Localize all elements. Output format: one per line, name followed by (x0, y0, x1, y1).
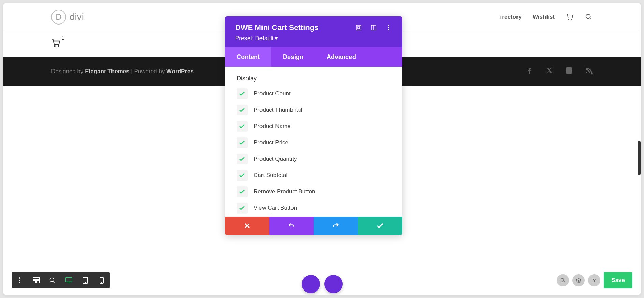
footer-social (525, 66, 593, 76)
svg-point-0 (586, 14, 590, 19)
footer-theme-link[interactable]: Elegant Themes (85, 68, 129, 75)
section-display-title[interactable]: Display (237, 75, 391, 82)
tab-content[interactable]: Content (225, 47, 271, 67)
mini-cart-element[interactable]: 1 (51, 38, 61, 48)
layers-button[interactable] (572, 274, 585, 286)
zoom-button[interactable] (44, 272, 61, 288)
scrollbar-thumb[interactable] (638, 141, 641, 175)
svg-rect-8 (33, 278, 39, 279)
modal-footer (225, 217, 402, 235)
floating-add-buttons (302, 275, 343, 293)
svg-point-5 (19, 277, 20, 279)
option-product-price: Product Price (237, 137, 391, 148)
modal-undo-button[interactable] (269, 217, 314, 235)
svg-line-1 (590, 18, 591, 20)
modal-title: DWE Mini Cart Settings (235, 23, 318, 32)
logo-mark: D (51, 10, 66, 25)
floating-tab-2[interactable] (324, 275, 343, 293)
modal-tabs: Content Design Advanced (225, 47, 402, 67)
chevron-down-icon: ▾ (275, 35, 278, 42)
option-product-name: Product Name (237, 121, 391, 132)
svg-point-11 (50, 278, 54, 282)
desktop-view-button[interactable] (61, 272, 77, 288)
svg-point-28 (388, 29, 389, 30)
modal-confirm-button[interactable] (358, 217, 402, 235)
phone-view-button[interactable] (93, 272, 110, 288)
footer-credits: Designed by Elegant Themes | Powered by … (51, 68, 194, 75)
x-twitter-icon[interactable] (545, 66, 553, 76)
footer-cms-link[interactable]: WordPres (166, 68, 194, 75)
svg-point-20 (561, 279, 564, 281)
checkbox-product-quantity[interactable] (237, 154, 248, 164)
checkbox-remove-product-button[interactable] (237, 186, 248, 197)
search-help-button[interactable] (557, 274, 569, 286)
cart-icon[interactable] (566, 13, 574, 21)
svg-point-27 (388, 27, 389, 28)
cart-count-badge: 1 (62, 36, 64, 41)
floating-tab-1[interactable] (302, 275, 320, 293)
more-options-button[interactable] (12, 272, 28, 288)
site-logo: D divi (51, 10, 84, 25)
svg-line-21 (564, 281, 565, 282)
option-view-cart-button: View Cart Button (237, 203, 391, 214)
instagram-icon[interactable] (565, 66, 573, 76)
nav-wishlist[interactable]: Wishlist (533, 14, 555, 20)
svg-point-6 (19, 280, 20, 281)
modal-cancel-button[interactable] (225, 217, 269, 235)
svg-line-12 (54, 281, 55, 283)
wireframe-view-button[interactable] (28, 272, 44, 288)
checkbox-product-price[interactable] (237, 137, 248, 148)
save-button[interactable]: Save (604, 272, 632, 288)
tablet-view-button[interactable] (77, 272, 93, 288)
preset-selector[interactable]: Preset: Default ▾ (235, 35, 392, 42)
tab-design[interactable]: Design (271, 47, 315, 67)
tab-advanced[interactable]: Advanced (315, 47, 368, 67)
checkbox-view-cart-button[interactable] (237, 203, 248, 214)
modal-header: DWE Mini Cart Settings Preset: Default ▾ (225, 16, 402, 47)
checkbox-product-thumbnail[interactable] (237, 105, 248, 115)
svg-rect-13 (66, 278, 72, 282)
nav-directory-partial[interactable]: irectory (500, 14, 522, 20)
option-product-quantity: Product Quantity (237, 154, 391, 164)
rss-icon[interactable] (585, 66, 593, 76)
snap-icon[interactable] (370, 24, 377, 31)
checkbox-product-name[interactable] (237, 121, 248, 132)
search-icon[interactable] (585, 13, 593, 21)
svg-point-7 (19, 282, 20, 283)
more-icon[interactable] (385, 24, 392, 31)
app-frame: D divi irectory Wishlist 1 Designed by E… (3, 3, 641, 295)
svg-point-3 (568, 69, 570, 72)
svg-rect-9 (33, 280, 36, 283)
builder-bottom-toolbar (12, 272, 110, 288)
option-cart-subtotal: Cart Subtotal (237, 170, 391, 181)
option-product-count: Product Count (237, 88, 391, 99)
svg-rect-10 (37, 280, 39, 283)
help-button[interactable]: ? (588, 274, 600, 286)
modal-body: Display Product Count Product Thumbnail … (225, 67, 402, 217)
expand-icon[interactable] (355, 24, 362, 31)
svg-rect-22 (356, 25, 361, 30)
bottom-right-actions: ? Save (557, 272, 632, 288)
checkbox-product-count[interactable] (237, 88, 248, 99)
checkbox-cart-subtotal[interactable] (237, 170, 248, 181)
option-product-thumbnail: Product Thumbnail (237, 105, 391, 115)
svg-point-26 (388, 25, 389, 26)
svg-point-4 (571, 68, 571, 69)
settings-modal: DWE Mini Cart Settings Preset: Default ▾… (225, 16, 402, 235)
svg-point-19 (101, 282, 102, 283)
svg-point-17 (85, 282, 86, 283)
header-nav: irectory Wishlist (500, 13, 593, 21)
svg-rect-23 (358, 27, 360, 29)
logo-text: divi (70, 12, 84, 22)
option-remove-product-button: Remove Product Button (237, 186, 391, 197)
facebook-icon[interactable] (525, 66, 534, 76)
modal-redo-button[interactable] (314, 217, 358, 235)
